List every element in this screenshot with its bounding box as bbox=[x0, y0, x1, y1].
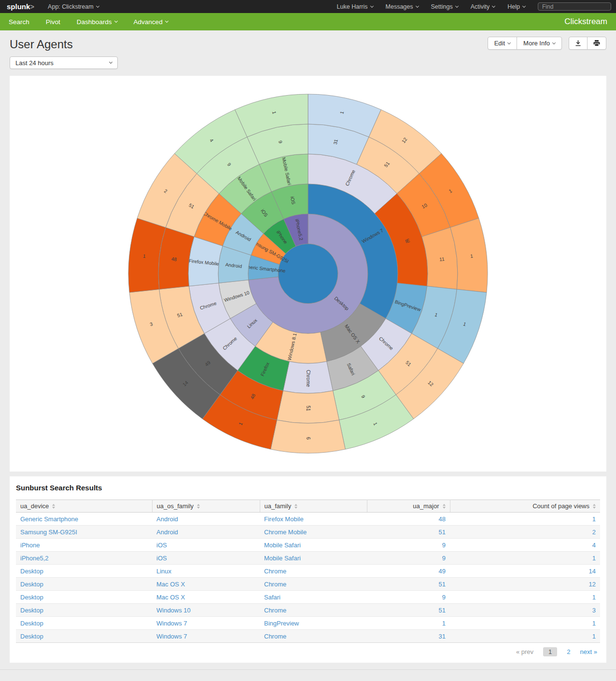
table-cell-link[interactable]: 14 bbox=[589, 568, 596, 575]
table-cell: iPhone bbox=[16, 539, 152, 552]
find-input[interactable] bbox=[538, 2, 611, 11]
table-cell-link[interactable]: Desktop bbox=[20, 568, 43, 575]
table-cell-link[interactable]: Mac OS X bbox=[156, 581, 185, 588]
table-cell-link[interactable]: 1 bbox=[442, 620, 446, 627]
nav-pivot[interactable]: Pivot bbox=[46, 18, 60, 26]
table-cell-link[interactable]: Samsung SM-G925I bbox=[20, 528, 77, 536]
table-cell-link[interactable]: Mobile Safari bbox=[264, 555, 301, 562]
table-row: DesktopWindows 7Chrome311 bbox=[16, 630, 600, 643]
sunburst-segment-label: 6 bbox=[306, 437, 311, 440]
table-cell-link[interactable]: 48 bbox=[439, 515, 446, 523]
table-cell-link[interactable]: 31 bbox=[439, 633, 446, 640]
table-cell-link[interactable]: Desktop bbox=[20, 633, 43, 640]
next-page-link[interactable]: next » bbox=[580, 648, 597, 655]
table-cell: 1 bbox=[450, 552, 600, 565]
table-cell-link[interactable]: Linux bbox=[156, 568, 171, 575]
table-cell-link[interactable]: Desktop bbox=[20, 620, 43, 627]
app-nav-bar: Search Pivot Dashboards Advanced Clickst… bbox=[0, 13, 616, 30]
app-menu[interactable]: App: Clickstream bbox=[48, 3, 98, 10]
table-cell-link[interactable]: 9 bbox=[442, 594, 446, 601]
table-cell-link[interactable]: Chrome Mobile bbox=[264, 528, 307, 536]
table-cell: Windows 7 bbox=[152, 630, 260, 643]
table-cell-link[interactable]: Firefox Mobile bbox=[264, 515, 304, 523]
table-cell: Desktop bbox=[16, 565, 152, 578]
prev-page-link[interactable]: « prev bbox=[516, 648, 533, 655]
table-cell-link[interactable]: 2 bbox=[592, 528, 596, 536]
edit-button[interactable]: Edit bbox=[488, 37, 517, 49]
table-cell-link[interactable]: Windows 10 bbox=[156, 607, 191, 614]
table-cell-link[interactable]: 1 bbox=[592, 633, 596, 640]
nav-dashboards[interactable]: Dashboards bbox=[77, 18, 117, 26]
table-cell-link[interactable]: Windows 7 bbox=[156, 620, 187, 627]
table-cell-link[interactable]: iOS bbox=[156, 555, 167, 562]
table-cell-link[interactable]: 49 bbox=[439, 568, 446, 575]
time-range-picker[interactable]: Last 24 hours bbox=[10, 56, 118, 69]
table-cell-link[interactable]: iOS bbox=[156, 542, 167, 549]
table-cell-link[interactable]: Desktop bbox=[20, 607, 43, 614]
table-cell: 1 bbox=[450, 617, 600, 630]
table-cell-link[interactable]: Desktop bbox=[20, 581, 43, 588]
activity-menu[interactable]: Activity bbox=[471, 3, 495, 10]
nav-search[interactable]: Search bbox=[9, 18, 29, 26]
table-cell-link[interactable]: iPhone5,2 bbox=[20, 555, 49, 562]
table-cell-link[interactable]: 12 bbox=[589, 581, 596, 588]
table-cell-link[interactable]: 51 bbox=[439, 528, 446, 536]
column-header-ua-major[interactable]: ua_major bbox=[367, 500, 450, 513]
table-cell-link[interactable]: 51 bbox=[439, 607, 446, 614]
messages-menu[interactable]: Messages bbox=[386, 3, 419, 10]
page-2-link[interactable]: 2 bbox=[567, 648, 570, 655]
table-row: iPhone5,2iOSMobile Safari91 bbox=[16, 552, 600, 565]
table-cell: Safari bbox=[260, 591, 367, 604]
table-cell-link[interactable]: 1 bbox=[592, 515, 596, 523]
table-cell-link[interactable]: 9 bbox=[442, 542, 446, 549]
table-cell-link[interactable]: 4 bbox=[592, 542, 596, 549]
table-row: DesktopMac OS XSafari91 bbox=[16, 591, 600, 604]
table-cell: Windows 10 bbox=[152, 604, 260, 617]
table-cell-link[interactable]: BingPreview bbox=[264, 620, 299, 627]
table-cell-link[interactable]: Chrome bbox=[264, 633, 286, 640]
sunburst-root[interactable] bbox=[278, 244, 338, 304]
table-cell-link[interactable]: Windows 7 bbox=[156, 633, 187, 640]
table-cell: Android bbox=[152, 526, 260, 539]
table-cell: 14 bbox=[450, 565, 600, 578]
table-cell-link[interactable]: 51 bbox=[439, 581, 446, 588]
page-header: User Agents Edit More Info bbox=[10, 37, 606, 51]
table-cell-link[interactable]: 1 bbox=[592, 555, 596, 562]
column-header-ua-family[interactable]: ua_family bbox=[260, 500, 367, 513]
table-cell-link[interactable]: 1 bbox=[592, 620, 596, 627]
table-cell-link[interactable]: Safari bbox=[264, 594, 280, 601]
table-cell: Desktop bbox=[16, 630, 152, 643]
table-cell: BingPreview bbox=[260, 617, 367, 630]
table-cell-link[interactable]: 9 bbox=[442, 555, 446, 562]
table-cell-link[interactable]: Chrome bbox=[264, 581, 286, 588]
table-cell-link[interactable]: Chrome bbox=[264, 607, 286, 614]
table-cell-link[interactable]: Mac OS X bbox=[156, 594, 185, 601]
help-menu[interactable]: Help bbox=[507, 3, 525, 10]
column-header-count[interactable]: Count of page views bbox=[450, 500, 600, 513]
paginator: « prev 1 2 next » bbox=[16, 643, 600, 660]
print-button[interactable] bbox=[588, 37, 606, 49]
column-header-ua-device[interactable]: ua_device bbox=[16, 500, 152, 513]
table-cell-link[interactable]: iPhone bbox=[20, 542, 40, 549]
splunk-logo[interactable]: splunk> bbox=[7, 2, 34, 11]
export-button[interactable] bbox=[569, 37, 588, 49]
column-header-ua-os-family[interactable]: ua_os_family bbox=[152, 500, 260, 513]
user-menu[interactable]: Luke Harris bbox=[337, 3, 373, 10]
more-info-button[interactable]: More Info bbox=[517, 37, 561, 49]
table-cell: 9 bbox=[367, 552, 450, 565]
table-cell-link[interactable]: Mobile Safari bbox=[264, 542, 301, 549]
sort-icon bbox=[294, 504, 297, 509]
table-cell-link[interactable]: 3 bbox=[592, 607, 596, 614]
table-cell-link[interactable]: Chrome bbox=[264, 568, 286, 575]
table-cell: 49 bbox=[367, 565, 450, 578]
current-page[interactable]: 1 bbox=[543, 647, 557, 656]
table-cell-link[interactable]: 1 bbox=[592, 594, 596, 601]
table-cell-link[interactable]: Android bbox=[156, 528, 178, 536]
nav-advanced[interactable]: Advanced bbox=[134, 18, 168, 26]
settings-menu[interactable]: Settings bbox=[431, 3, 458, 10]
table-cell-link[interactable]: Generic Smartphone bbox=[20, 515, 78, 523]
table-cell-link[interactable]: Desktop bbox=[20, 594, 43, 601]
table-cell: 1 bbox=[450, 630, 600, 643]
sunburst-panel: DesktopGeneric SmartphoneSamsung SM-G925… bbox=[10, 76, 606, 472]
table-cell-link[interactable]: Android bbox=[156, 515, 178, 523]
